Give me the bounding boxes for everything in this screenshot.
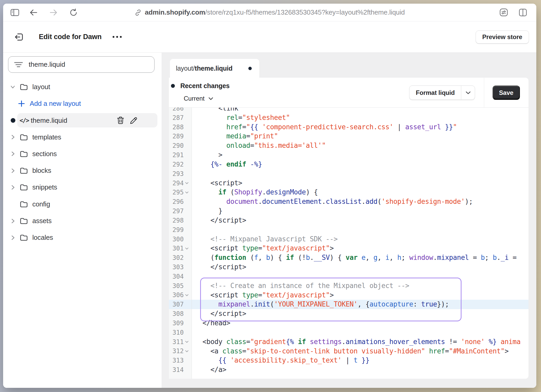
line-number-288[interactable]: 288 xyxy=(169,123,192,132)
fold-chevron-icon[interactable] xyxy=(185,182,189,184)
line-number-312[interactable]: 312 xyxy=(169,347,192,356)
sidebar-item-config[interactable]: config xyxy=(3,196,162,212)
sidebar-item-theme-liquid[interactable]: </>theme.liquid xyxy=(3,112,162,129)
code-line-306[interactable]: <script type="text/javascript"> xyxy=(192,291,528,300)
code-line-308[interactable]: </script> xyxy=(192,309,528,318)
code-line-314[interactable]: </a> xyxy=(192,365,528,375)
code-line-287[interactable]: rel="stylesheet" xyxy=(192,113,528,123)
line-number-286[interactable]: 286 xyxy=(169,108,192,113)
code-line-289[interactable]: media="print" xyxy=(192,132,528,141)
fold-chevron-icon[interactable] xyxy=(185,341,189,343)
delete-file-icon[interactable] xyxy=(117,117,124,124)
forward-icon[interactable] xyxy=(50,9,57,16)
chevron-right-icon[interactable] xyxy=(10,168,16,174)
code-area[interactable]: 2862872882892902912922932942952962972982… xyxy=(169,108,528,379)
sidebar-item-locales[interactable]: locales xyxy=(3,229,162,246)
chevron-down-icon[interactable] xyxy=(10,85,16,89)
chevron-right-icon[interactable] xyxy=(10,235,16,241)
fold-chevron-icon[interactable] xyxy=(185,247,189,250)
save-button[interactable]: Save xyxy=(493,85,520,100)
code-lines[interactable]: <link rel="stylesheet" href="{{ 'compone… xyxy=(192,108,528,379)
line-number-314[interactable]: 314 xyxy=(169,365,192,375)
extensions-icon[interactable] xyxy=(500,8,508,16)
line-number-306[interactable]: 306 xyxy=(169,291,192,300)
code-line-301[interactable]: <script type="text/javascript"> xyxy=(192,244,528,253)
file-search-input[interactable]: theme.liquid xyxy=(8,56,155,73)
code-line-294[interactable]: <script> xyxy=(192,179,528,188)
code-line-290[interactable]: onload="this.media='all'" xyxy=(192,141,528,150)
chevron-right-icon[interactable] xyxy=(10,184,16,191)
fold-chevron-icon[interactable] xyxy=(185,191,189,194)
line-number-311[interactable]: 311 xyxy=(169,337,192,347)
version-dropdown[interactable]: Current xyxy=(184,95,213,102)
preview-store-button[interactable]: Preview store xyxy=(476,30,529,44)
chevron-right-icon[interactable] xyxy=(10,151,16,157)
code-line-309[interactable]: </head> xyxy=(192,318,528,328)
code-line-286[interactable]: <link xyxy=(192,108,528,113)
code-line-311[interactable]: <body class="gradient{% if settings.anim… xyxy=(192,337,528,347)
split-view-icon[interactable] xyxy=(519,9,527,16)
line-number-300[interactable]: 300 xyxy=(169,235,192,244)
line-number-297[interactable]: 297 xyxy=(169,206,192,216)
chevron-right-icon[interactable] xyxy=(10,134,16,140)
line-number-307[interactable]: 307 xyxy=(169,300,192,309)
code-line-305[interactable]: <!-- Create an instance of the Mixpanel … xyxy=(192,281,528,291)
line-number-289[interactable]: 289 xyxy=(169,132,192,141)
line-number-309[interactable]: 309 xyxy=(169,318,192,328)
code-line-291[interactable]: > xyxy=(192,150,528,160)
line-number-296[interactable]: 296 xyxy=(169,197,192,206)
more-actions-button[interactable] xyxy=(113,36,122,38)
fold-chevron-icon[interactable] xyxy=(185,294,189,296)
sidebar-item-blocks[interactable]: blocks xyxy=(3,162,162,179)
sidebar-item-sections[interactable]: sections xyxy=(3,145,162,162)
code-line-299[interactable] xyxy=(192,225,528,235)
line-number-313[interactable]: 313 xyxy=(169,356,192,365)
format-dropdown-chevron[interactable] xyxy=(461,86,475,100)
code-line-296[interactable]: document.documentElement.classList.add('… xyxy=(192,197,528,206)
chevron-right-icon[interactable] xyxy=(10,218,16,224)
add-layout-button[interactable]: Add a new layout xyxy=(3,95,162,112)
line-number-293[interactable]: 293 xyxy=(169,169,192,179)
line-number-295[interactable]: 295 xyxy=(169,188,192,197)
code-line-292[interactable]: {%- endif -%} xyxy=(192,160,528,169)
line-number-304[interactable]: 304 xyxy=(169,272,192,281)
line-number-303[interactable]: 303 xyxy=(169,262,192,272)
sidebar-item-layout[interactable]: layout xyxy=(3,78,162,95)
reload-icon[interactable] xyxy=(69,8,78,17)
sidebar-item-snippets[interactable]: snippets xyxy=(3,179,162,196)
code-line-302[interactable]: (function (f, b) { if (!b.__SV) { var e,… xyxy=(192,253,528,262)
code-line-313[interactable]: {{ 'accessibility.skip_to_text' | t }} xyxy=(192,356,528,365)
code-line-312[interactable]: <a class="skip-to-content-link button vi… xyxy=(192,347,528,356)
sidebar-toggle-icon[interactable] xyxy=(10,8,19,17)
sidebar-item-assets[interactable]: assets xyxy=(3,212,162,229)
line-number-294[interactable]: 294 xyxy=(169,179,192,188)
line-number-310[interactable]: 310 xyxy=(169,328,192,337)
format-liquid-button[interactable]: Format liquid xyxy=(409,85,475,100)
line-number-308[interactable]: 308 xyxy=(169,309,192,318)
line-number-287[interactable]: 287 xyxy=(169,113,192,123)
code-line-310[interactable] xyxy=(192,328,528,337)
code-line-303[interactable]: </script> xyxy=(192,262,528,272)
line-number-291[interactable]: 291 xyxy=(169,150,192,160)
rename-file-icon[interactable] xyxy=(130,117,138,124)
code-line-298[interactable]: </script> xyxy=(192,216,528,225)
line-number-302[interactable]: 302 xyxy=(169,253,192,262)
fold-chevron-icon[interactable] xyxy=(185,350,189,352)
sidebar-item-templates[interactable]: templates xyxy=(3,129,162,145)
line-number-301[interactable]: 301 xyxy=(169,244,192,253)
code-line-300[interactable]: <!-- Mixpanel Javascript SDK --> xyxy=(192,235,528,244)
line-number-292[interactable]: 292 xyxy=(169,160,192,169)
line-number-290[interactable]: 290 xyxy=(169,141,192,150)
code-line-297[interactable]: } xyxy=(192,206,528,216)
exit-icon[interactable] xyxy=(14,32,24,42)
line-number-305[interactable]: 305 xyxy=(169,281,192,291)
line-number-299[interactable]: 299 xyxy=(169,225,192,235)
tab-theme-liquid[interactable]: layout/theme.liquid xyxy=(170,59,259,78)
back-icon[interactable] xyxy=(30,9,38,16)
code-line-288[interactable]: href="{{ 'component-predictive-search.cs… xyxy=(192,123,528,132)
code-line-304[interactable] xyxy=(192,272,528,281)
line-number-298[interactable]: 298 xyxy=(169,216,192,225)
code-line-293[interactable] xyxy=(192,169,528,179)
address-bar[interactable]: admin.shopify.com/store/rzq1xu-f5/themes… xyxy=(135,4,405,21)
code-line-295[interactable]: if (Shopify.designMode) { xyxy=(192,188,528,197)
